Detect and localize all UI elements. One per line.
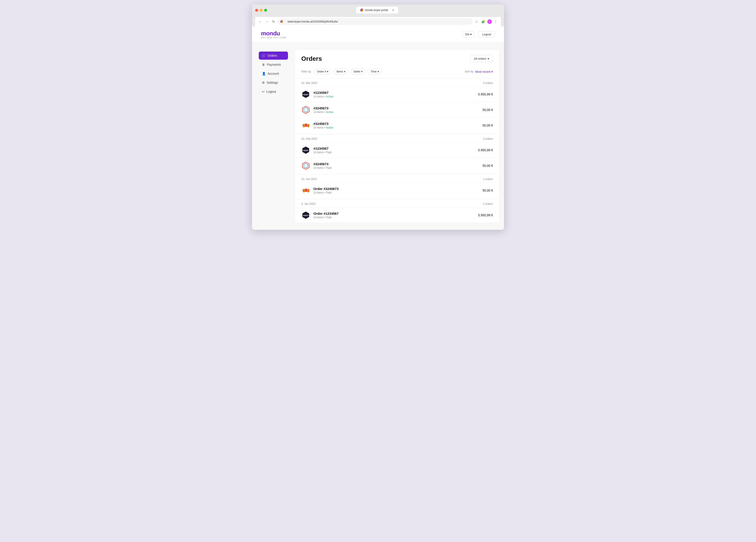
payments-icon: 🖥 bbox=[262, 63, 265, 66]
logout-button[interactable]: Logout bbox=[478, 31, 495, 38]
order-row[interactable]: DEMO #1234567 14 items • Active 5.950,99… bbox=[295, 86, 499, 102]
lang-chevron-icon: ▾ bbox=[470, 33, 472, 36]
svg-marker-10 bbox=[304, 163, 308, 168]
sidebar-item-payments-label: Payments bbox=[267, 63, 281, 66]
order-amount: 50,00 € bbox=[482, 123, 493, 127]
order-row[interactable]: Order #3245673 14 items • Paid 50,00 € bbox=[295, 182, 499, 198]
all-orders-button[interactable]: All orders ▾ bbox=[470, 55, 493, 62]
group-date-jan2023: 10. Jan 2023 bbox=[301, 177, 317, 181]
order-info: #1234567 14 items • Paid bbox=[313, 146, 478, 154]
browser-titlebar: mondu buyer portal + ← → ↻ ☆ 🧩 P ⋮ bbox=[252, 4, 504, 26]
group-date-jan4-2023: 4. Jan 2023 bbox=[301, 202, 315, 205]
status-badge: Active bbox=[326, 95, 333, 98]
order-row[interactable]: #3245673 14 items • Paid 50,00 € bbox=[295, 158, 499, 173]
browser-tabbar: mondu buyer portal + bbox=[356, 7, 398, 13]
status-badge: Active bbox=[326, 110, 333, 114]
filter-items-button[interactable]: Items ▾ bbox=[333, 69, 348, 74]
sidebar-item-orders-label: Orders bbox=[268, 54, 277, 57]
header-actions: EN ▾ Logout bbox=[462, 31, 495, 38]
status-badge: Paid bbox=[326, 166, 331, 169]
order-info: #1234567 14 items • Active bbox=[313, 91, 478, 98]
logo-tagline: BUY NOW, PAY LATER bbox=[261, 36, 286, 39]
svg-rect-11 bbox=[302, 189, 305, 192]
order-row[interactable]: DEMO #1234567 14 items • Paid 5.950,99 € bbox=[295, 142, 499, 158]
account-icon: 👤 bbox=[262, 72, 266, 75]
order-number: #3245673 bbox=[313, 122, 482, 126]
orders-header: Orders All orders ▾ bbox=[295, 49, 499, 66]
orders-panel: Orders All orders ▾ Filter by Order # ▾ bbox=[295, 49, 499, 223]
order-info: Order #1234567 14 items • Paid bbox=[313, 211, 478, 219]
order-amount: 50,00 € bbox=[482, 164, 493, 167]
browser-dots bbox=[255, 9, 267, 12]
order-logo-seller2b bbox=[301, 186, 310, 195]
order-number: #1234567 bbox=[313, 91, 478, 94]
maximize-dot[interactable] bbox=[264, 9, 267, 12]
filter-items-label: Items bbox=[336, 70, 343, 73]
page-content: mondu BUY NOW, PAY LATER EN ▾ Logout 🛒 O… bbox=[252, 26, 504, 230]
order-info: #3245673 14 items • Paid bbox=[313, 162, 482, 169]
sidebar-item-settings[interactable]: ⚙ Settings bbox=[259, 79, 288, 87]
order-row[interactable]: #3245673 14 items • Active 50,00 € bbox=[295, 117, 499, 133]
group-date-feb2023: 10. Feb 2023 bbox=[301, 137, 317, 140]
order-meta: 14 items • Active bbox=[313, 126, 482, 129]
order-meta: 14 items • Paid bbox=[313, 216, 478, 219]
order-row[interactable]: #3245673 14 items • Active 50,00 € bbox=[295, 102, 499, 117]
group-count-jan2023: 1 orders bbox=[483, 177, 493, 181]
filter-order-number-label: Order # bbox=[317, 70, 326, 73]
order-amount: 5.950,99 € bbox=[478, 213, 493, 217]
order-meta: 14 items • Paid bbox=[313, 191, 482, 194]
bookmark-button[interactable]: ☆ bbox=[474, 19, 479, 24]
order-row[interactable]: DEMO Order #1234567 14 items • Paid 5.95… bbox=[295, 207, 499, 223]
browser-window: mondu buyer portal + ← → ↻ ☆ 🧩 P ⋮ bbox=[252, 4, 504, 230]
sidebar-item-logout[interactable]: ↩ Logout bbox=[259, 88, 288, 96]
address-input[interactable] bbox=[284, 19, 470, 24]
svg-text:DEMO: DEMO bbox=[303, 94, 308, 96]
order-logo-demo: DEMO bbox=[301, 90, 310, 99]
order-logo-demo3: DEMO bbox=[301, 211, 310, 220]
sort-by-label: Sort by bbox=[465, 70, 473, 73]
filter-seller-label: Seller bbox=[353, 70, 360, 73]
sidebar-item-account[interactable]: 👤 Account bbox=[259, 70, 288, 78]
reload-button[interactable]: ↻ bbox=[271, 19, 276, 24]
language-button[interactable]: EN ▾ bbox=[462, 31, 475, 38]
order-number: #3245673 bbox=[313, 162, 482, 166]
sidebar-item-payments[interactable]: 🖥 Payments bbox=[259, 61, 288, 69]
svg-text:DEMO: DEMO bbox=[303, 214, 308, 216]
browser-tab[interactable]: mondu buyer portal + bbox=[356, 7, 398, 13]
new-tab-button[interactable]: + bbox=[392, 8, 394, 12]
minimize-dot[interactable] bbox=[260, 9, 263, 12]
orders-icon: 🛒 bbox=[262, 54, 266, 57]
order-number: Order #1234567 bbox=[313, 211, 478, 215]
status-badge: Paid bbox=[326, 151, 331, 154]
all-orders-chevron-icon: ▾ bbox=[488, 57, 489, 60]
close-dot[interactable] bbox=[255, 9, 258, 12]
status-badge: Paid bbox=[326, 191, 331, 194]
back-button[interactable]: ← bbox=[258, 19, 263, 24]
order-group-header-jan2023: 10. Jan 2023 1 orders bbox=[295, 174, 499, 182]
group-date-mar2023: 10. Mar 2023 bbox=[301, 81, 317, 85]
svg-marker-3 bbox=[304, 108, 308, 112]
order-number: Order #3245673 bbox=[313, 187, 482, 191]
group-count-feb2023: 2 orders bbox=[483, 137, 493, 140]
sidebar-item-orders[interactable]: 🛒 Orders bbox=[259, 52, 288, 60]
filter-order-number-button[interactable]: Order # ▾ bbox=[314, 69, 331, 74]
status-badge: Active bbox=[326, 126, 333, 129]
forward-button[interactable]: → bbox=[265, 19, 270, 24]
logo-name: mondu bbox=[261, 30, 286, 37]
order-amount: 50,00 € bbox=[482, 108, 493, 112]
tab-favicon bbox=[360, 9, 363, 12]
menu-button[interactable]: ⋮ bbox=[493, 19, 498, 24]
group-count-mar2023: 3 orders bbox=[483, 81, 493, 85]
group-count-jan4-2023: 2 orders bbox=[483, 202, 493, 205]
tab-label: mondu buyer portal bbox=[365, 9, 388, 12]
profile-button[interactable]: P bbox=[487, 19, 492, 24]
filter-seller-button[interactable]: Seller ▾ bbox=[351, 69, 366, 74]
filter-bar: Filter by Order # ▾ Items ▾ Seller ▾ bbox=[295, 66, 499, 78]
extensions-button[interactable]: 🧩 bbox=[480, 19, 486, 24]
filter-time-button[interactable]: Time ▾ bbox=[368, 69, 382, 74]
sort-most-recent-button[interactable]: Most recent ▾ bbox=[475, 70, 493, 73]
lang-label: EN bbox=[465, 33, 469, 36]
order-logo-demo2: DEMO bbox=[301, 146, 310, 155]
order-group-header-jan4-2023: 4. Jan 2023 2 orders bbox=[295, 199, 499, 207]
order-logo-seller2 bbox=[301, 121, 310, 130]
